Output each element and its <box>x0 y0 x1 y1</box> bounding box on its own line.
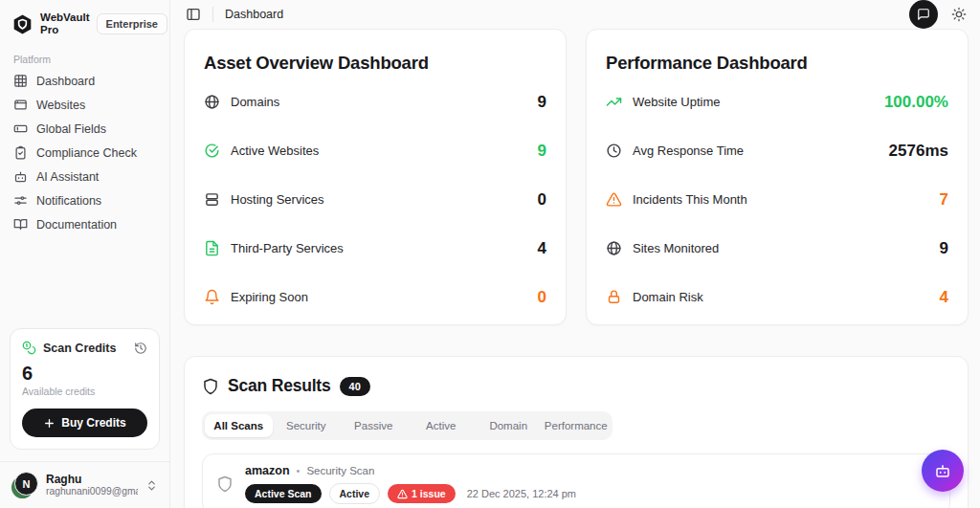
stat-value: 2576ms <box>889 142 948 161</box>
tab-security[interactable]: Security <box>273 414 341 437</box>
tab-passive[interactable]: Passive <box>340 414 408 437</box>
stat-row-sites-monitored: Sites Monitored 9 <box>606 224 948 273</box>
brand-name: WebVault Pro <box>40 11 90 36</box>
sidebar-item-label: Global Fields <box>36 122 106 136</box>
sun-icon <box>951 7 967 22</box>
sidebar-toggle-button[interactable] <box>186 7 201 22</box>
check-circle-icon <box>204 143 220 159</box>
stat-row-domain-risk: Domain Risk 4 <box>606 273 948 321</box>
shield-icon <box>202 378 219 395</box>
sidebar-item-label: AI Assistant <box>36 170 99 184</box>
sidebar-item-compliance-check[interactable]: Compliance Check <box>10 141 160 165</box>
user-menu[interactable]: N Raghu raghunani0099@gmail.com <box>0 461 169 508</box>
clipboard-check-icon <box>13 145 28 160</box>
stat-row-expiring-soon: Expiring Soon 0 <box>204 273 546 321</box>
divider <box>212 7 213 22</box>
grid-icon <box>13 74 28 88</box>
asset-card-title: Asset Overview Dashboard <box>204 45 546 77</box>
active-scan-badge: Active Scan <box>245 484 322 503</box>
panel-left-icon <box>186 7 201 22</box>
performance-card-title: Performance Dashboard <box>606 45 948 77</box>
buy-credits-button[interactable]: Buy Credits <box>22 409 147 437</box>
sidebar-item-ai-assistant[interactable]: AI Assistant <box>10 165 160 188</box>
file-text-icon <box>204 240 220 256</box>
stat-row-active-websites: Active Websites 9 <box>204 126 546 175</box>
clock-icon <box>606 143 622 159</box>
stat-row-third-party: Third-Party Services 4 <box>204 224 546 273</box>
theme-toggle-button[interactable] <box>951 7 967 22</box>
sidebar-item-label: Compliance Check <box>36 146 137 160</box>
sidebar-item-label: Websites <box>36 99 85 112</box>
globe-icon <box>606 240 622 256</box>
stat-value: 7 <box>940 190 948 210</box>
separator-dot: • <box>297 465 301 476</box>
hexagon-shield-icon <box>11 13 33 35</box>
bot-icon <box>13 169 28 184</box>
issues-badge: 1 issue <box>388 484 456 503</box>
sidebar-item-label: Dashboard <box>36 75 95 88</box>
user-name: Raghu <box>46 473 138 486</box>
scan-type: Security Scan <box>306 465 374 476</box>
main-area: Dashboard Asset Overview Dashboard Domai… <box>170 0 980 508</box>
stat-value: 0 <box>538 288 546 307</box>
stat-value: 4 <box>940 288 948 307</box>
scan-credits-card: Scan Credits 6 Available credits Buy Cre… <box>10 328 160 450</box>
brand: WebVault Pro Enterprise <box>10 10 160 38</box>
credits-count: 6 <box>22 363 147 385</box>
input-field-icon <box>13 121 28 136</box>
chat-bubble-icon <box>917 8 930 21</box>
breadcrumb: Dashboard <box>225 8 283 21</box>
server-icon <box>204 191 220 208</box>
sidebar-item-dashboard[interactable]: Dashboard <box>10 69 160 93</box>
bot-icon <box>934 462 951 479</box>
plus-icon <box>43 417 56 430</box>
stat-value: 0 <box>538 190 546 210</box>
scan-credits-title: Scan Credits <box>43 342 116 355</box>
shield-icon <box>216 475 234 493</box>
chevrons-up-down-icon <box>145 479 158 492</box>
credits-subtitle: Available credits <box>22 386 147 397</box>
chat-button[interactable] <box>909 0 938 29</box>
trending-up-icon <box>606 94 622 110</box>
tab-performance[interactable]: Performance <box>543 414 611 437</box>
sidebar-item-global-fields[interactable]: Global Fields <box>10 117 160 141</box>
lock-icon <box>606 289 622 305</box>
topbar: Dashboard <box>170 0 980 29</box>
user-meta: Raghu raghunani0099@gmail.com <box>46 473 138 498</box>
sidebar-section-label: Platform <box>13 54 160 65</box>
tab-domain[interactable]: Domain <box>475 414 543 437</box>
stat-value: 4 <box>538 239 546 258</box>
bell-icon <box>204 289 220 305</box>
stat-row-uptime: Website Uptime 100.00% <box>606 77 948 126</box>
scan-results-card: Scan Results 40 All Scans Security Passi… <box>184 356 969 508</box>
stat-row-domains: Domains 9 <box>204 77 546 126</box>
sidebar-item-websites[interactable]: Websites <box>10 93 160 117</box>
scan-target-name: amazon <box>245 464 290 477</box>
status-badge: Active <box>329 483 381 504</box>
coins-icon <box>22 341 36 355</box>
history-icon[interactable] <box>134 342 147 355</box>
tab-active[interactable]: Active <box>408 414 476 437</box>
alert-triangle-icon <box>397 489 408 499</box>
sidebar: WebVault Pro Enterprise Platform Dashboa… <box>0 0 170 508</box>
stat-row-incidents: Incidents This Month 7 <box>606 175 948 224</box>
sliders-icon <box>13 193 28 208</box>
user-email: raghunani0099@gmail.com <box>46 486 138 497</box>
globe-icon <box>204 94 220 110</box>
dashboard-content: Asset Overview Dashboard Domains 9 Activ… <box>170 29 980 508</box>
performance-card: Performance Dashboard Website Uptime 100… <box>586 29 969 325</box>
sidebar-item-label: Notifications <box>36 194 101 208</box>
sidebar-item-documentation[interactable]: Documentation <box>10 212 160 236</box>
stat-value: 9 <box>940 239 948 258</box>
alert-triangle-icon <box>606 191 622 208</box>
scan-results-title: Scan Results <box>228 376 331 396</box>
scan-result-row[interactable]: amazon • Security Scan Active Scan Activ… <box>202 453 950 508</box>
stat-value: 100.00% <box>884 93 948 112</box>
scan-tabs: All Scans Security Passive Active Domain… <box>202 411 612 440</box>
tab-all-scans[interactable]: All Scans <box>205 414 273 437</box>
scan-count-badge: 40 <box>340 377 370 396</box>
ai-assistant-fab[interactable] <box>922 450 964 492</box>
sidebar-item-label: Documentation <box>36 218 117 232</box>
sidebar-item-notifications[interactable]: Notifications <box>10 188 160 212</box>
scan-timestamp: 22 Dec 2025, 12:24 pm <box>467 488 576 499</box>
